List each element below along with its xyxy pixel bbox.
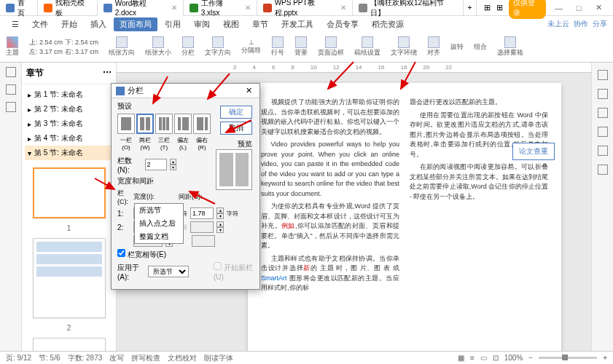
close-button[interactable]: ✕ bbox=[592, 3, 606, 12]
tab-promo[interactable]: 【嗨狂欢购双12福利节日】 bbox=[353, 0, 463, 16]
status-mode[interactable]: 改写 bbox=[109, 353, 124, 363]
settings-icon[interactable] bbox=[598, 165, 608, 175]
tab-xlsx[interactable]: 工作簿3.xlsx✕ bbox=[184, 0, 257, 16]
ribbon-rotate[interactable]: 旋转 bbox=[450, 35, 464, 59]
view-mode-icon[interactable]: ≡ bbox=[470, 354, 475, 362]
menu-section[interactable]: 章节 bbox=[246, 17, 274, 31]
property-icon[interactable] bbox=[598, 127, 608, 137]
view-mode-icon[interactable]: ⊡ bbox=[493, 354, 499, 362]
preset-right[interactable] bbox=[193, 114, 211, 134]
spacing-2-input bbox=[190, 221, 214, 233]
document-page[interactable]: 视频提供了功能强大的方法帮助你证明你的观点。当你单击联机视频时，可以在想要添加的… bbox=[248, 83, 561, 354]
nav-menu-icon[interactable]: ⋯ bbox=[103, 67, 112, 79]
preset-three[interactable] bbox=[155, 114, 173, 134]
close-icon[interactable]: ✕ bbox=[171, 4, 177, 12]
zoom-slider[interactable] bbox=[539, 357, 597, 359]
ribbon-orientation[interactable]: 纸张方向 bbox=[109, 35, 135, 59]
view-mode-icon[interactable]: ▭ bbox=[480, 354, 487, 362]
horizontal-ruler[interactable]: 246810121416182022 bbox=[117, 63, 591, 73]
close-icon[interactable]: ✕ bbox=[340, 4, 346, 12]
spacing-1-input[interactable] bbox=[190, 207, 214, 219]
dropdown-option-section[interactable]: 所选节 bbox=[135, 204, 183, 217]
spin-up[interactable]: ▴ bbox=[170, 159, 176, 165]
grid-icon[interactable]: ⊞ bbox=[496, 3, 503, 12]
menu-page-layout[interactable]: 页面布局 bbox=[114, 17, 157, 31]
nav-section-5[interactable]: ▾第 5 节: 未命名 bbox=[25, 146, 113, 160]
menu-resources[interactable]: 稻壳资源 bbox=[366, 17, 410, 31]
cloud-status[interactable]: 未上云 bbox=[547, 19, 569, 29]
search-icon[interactable] bbox=[598, 70, 608, 80]
menu-references[interactable]: 引用 bbox=[159, 17, 187, 31]
menu-member[interactable]: 会员专享 bbox=[321, 17, 364, 31]
tab-home[interactable]: 首页 bbox=[0, 0, 38, 16]
ribbon-wrap[interactable]: 文字环绕 bbox=[391, 35, 417, 59]
ribbon-border[interactable]: 页面边框 bbox=[318, 35, 344, 59]
close-icon[interactable]: ✕ bbox=[245, 4, 251, 12]
menu-icon[interactable]: ☰ bbox=[6, 18, 25, 31]
ribbon-align[interactable]: 对齐 bbox=[427, 35, 440, 59]
menu-insert[interactable]: 插入 bbox=[85, 17, 112, 31]
zoom-out[interactable]: − bbox=[528, 354, 533, 362]
tab-add[interactable]: + bbox=[464, 0, 477, 16]
ribbon-line-num[interactable]: 行号 bbox=[271, 35, 284, 59]
ribbon-background[interactable]: 背景 bbox=[294, 35, 308, 59]
nav-section-1[interactable]: ▸第 1 节: 未命名 bbox=[25, 87, 113, 102]
ribbon-size[interactable]: 纸张大小 bbox=[145, 35, 171, 59]
page-thumb-1[interactable] bbox=[33, 167, 106, 218]
plagiarism-check-button[interactable]: 论文查重 bbox=[512, 143, 555, 160]
dialog-close-button[interactable]: ✕ bbox=[243, 86, 255, 95]
zoom-in[interactable]: + bbox=[603, 354, 607, 362]
status-spell[interactable]: 拼写检查 bbox=[131, 353, 160, 363]
status-page[interactable]: 页: 9/12 bbox=[6, 353, 31, 363]
menu-start[interactable]: 开始 bbox=[55, 17, 83, 31]
grid-icon[interactable]: ⊞ bbox=[484, 3, 491, 12]
apply-to-select[interactable]: 所选节 bbox=[148, 266, 189, 277]
zoom-value[interactable]: 100% bbox=[504, 354, 523, 362]
translate-icon[interactable] bbox=[598, 146, 608, 156]
status-proof[interactable]: 文档校对 bbox=[168, 353, 197, 363]
nav-icon[interactable] bbox=[6, 67, 16, 77]
user-badge[interactable]: 仅供登录 bbox=[509, 0, 546, 19]
preset-two[interactable] bbox=[136, 114, 154, 134]
nav-section-2[interactable]: ▸第 2 节: 未命名 bbox=[25, 102, 113, 116]
minimize-button[interactable]: — bbox=[552, 4, 566, 12]
view-mode-icon[interactable]: ▦ bbox=[458, 354, 464, 362]
ok-button[interactable]: 确定 bbox=[220, 106, 252, 119]
navigation-panel: 章节⋯ ▸第 1 节: 未命名 ▸第 2 节: 未命名 ▸第 3 节: 未命名 … bbox=[22, 63, 117, 354]
menu-review[interactable]: 审阅 bbox=[188, 17, 216, 31]
dropdown-option-whole[interactable]: 整篇文档 bbox=[135, 230, 183, 243]
ribbon-text-dir[interactable]: 文字方向 bbox=[205, 35, 231, 59]
ribbon-theme[interactable]: 主题 bbox=[6, 35, 19, 59]
status-read[interactable]: 朗读字体 bbox=[204, 353, 233, 363]
menu-dev[interactable]: 开发工具 bbox=[276, 17, 319, 31]
nav-section-4[interactable]: ▸第 4 节: 未命名 bbox=[25, 131, 113, 146]
ribbon-columns[interactable]: 分栏 bbox=[181, 35, 195, 59]
share-button[interactable]: 分享 bbox=[593, 19, 607, 29]
maximize-button[interactable]: □ bbox=[571, 4, 585, 12]
select-icon[interactable] bbox=[598, 89, 608, 99]
equal-width-checkbox[interactable] bbox=[117, 249, 125, 257]
menu-file[interactable]: 文件 bbox=[26, 17, 54, 31]
outline-icon[interactable] bbox=[6, 84, 16, 95]
cancel-button[interactable]: 取消 bbox=[220, 122, 252, 135]
dropdown-option-after[interactable]: 插入点之后 bbox=[135, 217, 183, 230]
dialog-title: 分栏 bbox=[128, 85, 144, 96]
bookmark-icon[interactable] bbox=[6, 102, 16, 112]
menu-view[interactable]: 视图 bbox=[217, 17, 245, 31]
clipboard-icon[interactable] bbox=[598, 108, 608, 118]
preset-left[interactable] bbox=[174, 114, 192, 134]
tab-pptx[interactable]: WPS PPT教程.pptx✕ bbox=[257, 0, 353, 16]
ribbon-paper[interactable]: 稿纸设置 bbox=[354, 35, 380, 59]
ribbon-breaks[interactable]: ⊥分隔符 bbox=[241, 35, 261, 59]
collab-button[interactable]: 协作 bbox=[574, 19, 588, 29]
tab-templates[interactable]: 找稻壳模板 bbox=[38, 0, 98, 16]
spin-down[interactable]: ▾ bbox=[170, 165, 176, 170]
preset-one[interactable] bbox=[117, 114, 135, 134]
ribbon-group[interactable]: 组合 bbox=[474, 35, 487, 59]
nav-section-3[interactable]: ▸第 3 节: 未命名 bbox=[25, 116, 113, 131]
status-words[interactable]: 字数: 2873 bbox=[68, 353, 103, 363]
ribbon-select-pane[interactable]: 选择窗格 bbox=[497, 35, 523, 59]
page-thumb-2[interactable] bbox=[33, 238, 106, 318]
columns-count-input[interactable] bbox=[145, 159, 167, 170]
tab-word-doc[interactable]: Word教程2.docx✕ bbox=[98, 0, 184, 16]
